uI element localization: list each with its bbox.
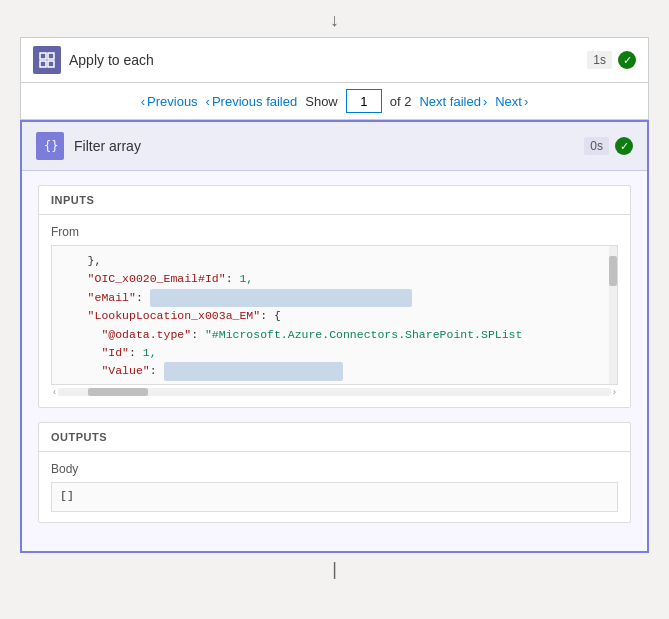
scroll-left-btn[interactable]: ‹ (51, 387, 58, 397)
outputs-section: OUTPUTS Body [] (38, 422, 631, 523)
chevron-left-icon: ‹ (141, 94, 145, 109)
body-value: [] (60, 489, 74, 502)
arrow-bottom-icon: | (332, 559, 337, 580)
code-line-2: "OIC_x0020_Email#Id": 1, (60, 270, 609, 288)
svg-text:{}: {} (44, 139, 58, 153)
apply-each-title: Apply to each (69, 52, 154, 68)
code-line-4: "LookupLocation_x003a_EM": { (60, 307, 609, 325)
inputs-header: INPUTS (39, 186, 630, 215)
code-line-1: }, (60, 252, 609, 270)
inputs-code-box: }, "OIC_x0020_Email#Id": 1, "eMail": "Lo… (51, 245, 618, 385)
arrow-down-icon: ↓ (330, 10, 339, 31)
next-failed-label: Next failed (419, 94, 480, 109)
outputs-header: OUTPUTS (39, 423, 630, 452)
show-label: Show (305, 94, 338, 109)
svg-rect-1 (48, 53, 54, 59)
inputs-section: INPUTS From }, "OIC_x0020_Email#Id": 1, … (38, 185, 631, 408)
filter-array-time: 0s (584, 137, 609, 155)
of-text: of 2 (390, 94, 412, 109)
code-line-3: "eMail": (60, 289, 609, 307)
apply-each-success-badge: ✓ (618, 51, 636, 69)
filter-array-icon: {} (36, 132, 64, 160)
code-line-6: "Id": 1, (60, 344, 609, 362)
apply-each-time: 1s (587, 51, 612, 69)
filter-array-bar: {} Filter array 0s ✓ (22, 122, 647, 171)
body-label: Body (51, 462, 618, 476)
previous-link[interactable]: ‹ Previous (141, 94, 198, 109)
svg-rect-3 (48, 61, 54, 67)
outputs-code-box: [] (51, 482, 618, 512)
filter-array-title: Filter array (74, 138, 141, 154)
filter-array-success-badge: ✓ (615, 137, 633, 155)
next-failed-link[interactable]: Next failed › (419, 94, 487, 109)
chevron-right-icon: › (524, 94, 528, 109)
from-label: From (51, 225, 618, 239)
previous-label: Previous (147, 94, 198, 109)
next-label: Next (495, 94, 522, 109)
code-line-7: "Value": (60, 362, 609, 380)
nav-bar: ‹ Previous ‹ Previous failed Show of 2 N… (20, 83, 649, 120)
previous-failed-label: Previous failed (212, 94, 297, 109)
next-link[interactable]: Next › (495, 94, 528, 109)
previous-failed-link[interactable]: ‹ Previous failed (206, 94, 298, 109)
svg-rect-2 (40, 61, 46, 67)
horizontal-scrollbar[interactable]: ‹ › (51, 387, 618, 397)
chevron-right-failed-icon: › (483, 94, 487, 109)
chevron-left-failed-icon: ‹ (206, 94, 210, 109)
svg-rect-0 (40, 53, 46, 59)
main-card: {} Filter array 0s ✓ INPUTS From }, "OIC… (20, 120, 649, 553)
code-line-5: "@odata.type": "#Microsoft.Azure.Connect… (60, 326, 609, 344)
apply-each-icon (33, 46, 61, 74)
page-number-input[interactable] (346, 89, 382, 113)
apply-each-bar: Apply to each 1s ✓ (20, 37, 649, 83)
scroll-right-btn[interactable]: › (611, 387, 618, 397)
